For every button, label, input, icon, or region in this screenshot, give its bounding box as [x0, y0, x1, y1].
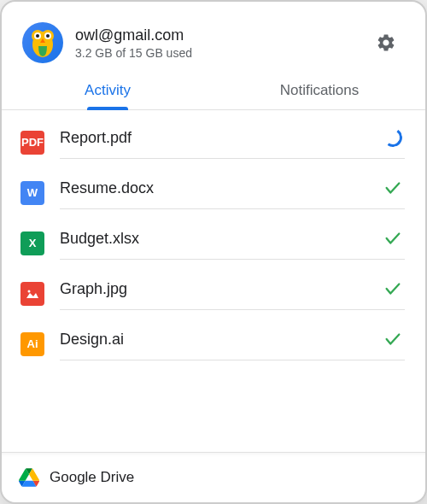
file-name: Design.ai: [60, 331, 381, 349]
account-email: owl@gmail.com: [75, 26, 367, 44]
tab-notifications[interactable]: Notifications: [214, 72, 425, 109]
list-item[interactable]: Ai Design.ai: [2, 319, 425, 369]
file-list: PDF Report.pdf W Resume.docx X Budget.xl…: [2, 110, 425, 452]
list-item[interactable]: Graph.jpg: [2, 268, 425, 319]
svg-point-6: [46, 34, 50, 38]
check-icon: [383, 279, 402, 298]
file-name: Budget.xlsx: [60, 230, 381, 248]
status-done: [381, 277, 405, 301]
ai-icon: Ai: [20, 332, 44, 356]
footer: Google Drive: [2, 452, 425, 502]
account-info: owl@gmail.com 3.2 GB of 15 GB used: [75, 26, 367, 60]
tabs: Activity Notifications: [2, 72, 425, 110]
list-item[interactable]: X Budget.xlsx: [2, 218, 425, 268]
doc-icon: W: [20, 181, 44, 205]
status-done: [381, 327, 405, 351]
check-icon: [383, 330, 402, 349]
check-icon: [383, 229, 402, 248]
status-done: [381, 176, 405, 200]
check-icon: [383, 179, 402, 197]
settings-button[interactable]: [367, 24, 405, 62]
list-item[interactable]: W Resume.docx: [2, 167, 425, 218]
spinner-icon: [382, 126, 403, 148]
file-name: Graph.jpg: [60, 280, 381, 298]
drive-panel: owl@gmail.com 3.2 GB of 15 GB used Activ…: [0, 0, 427, 504]
avatar[interactable]: [22, 22, 63, 63]
file-name: Report.pdf: [60, 129, 381, 147]
pdf-icon: PDF: [20, 131, 44, 155]
svg-point-10: [28, 290, 31, 292]
account-storage: 3.2 GB of 15 GB used: [75, 46, 367, 60]
svg-point-5: [36, 34, 39, 38]
status-uploading: [381, 126, 405, 149]
xls-icon: X: [20, 231, 44, 255]
footer-product-name: Google Drive: [50, 469, 134, 486]
image-icon: [20, 282, 44, 306]
status-done: [381, 226, 405, 250]
header: owl@gmail.com 3.2 GB of 15 GB used: [2, 2, 425, 72]
tab-activity[interactable]: Activity: [2, 72, 214, 109]
gear-icon: [376, 32, 396, 53]
file-name: Resume.docx: [60, 179, 381, 197]
list-item[interactable]: PDF Report.pdf: [2, 117, 425, 167]
drive-logo-icon: [19, 468, 39, 487]
